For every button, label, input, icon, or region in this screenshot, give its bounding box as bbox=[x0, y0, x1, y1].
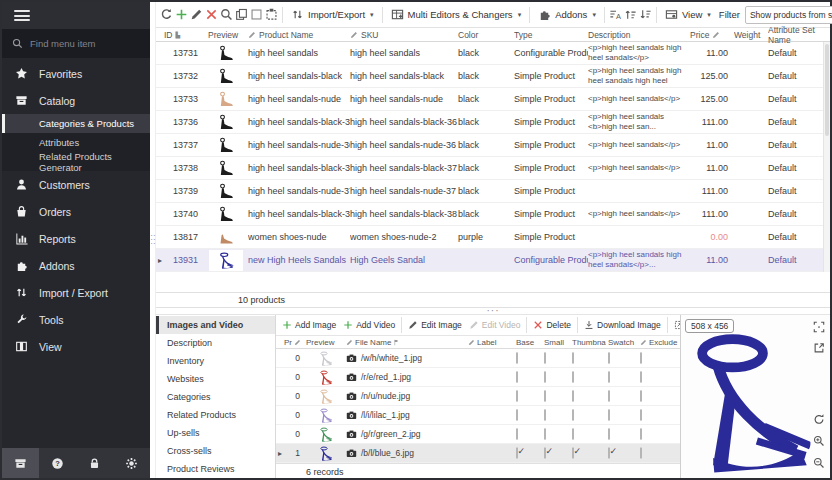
edit-product-button[interactable] bbox=[190, 5, 203, 25]
small-checkbox[interactable] bbox=[544, 409, 546, 421]
refresh-button[interactable] bbox=[160, 5, 173, 25]
small-checkbox[interactable] bbox=[544, 352, 546, 364]
paste-button[interactable] bbox=[265, 5, 278, 25]
column-header-preview[interactable]: Preview bbox=[306, 338, 346, 347]
sidebar-item-favorites[interactable]: Favorites bbox=[2, 60, 150, 87]
image-row-w-h-white-1-jpg[interactable]: 0/w/h/white_1.jpg bbox=[276, 349, 680, 368]
thumbnail-checkbox[interactable] bbox=[572, 428, 574, 440]
column-header-pr[interactable]: Pr bbox=[284, 338, 306, 347]
column-header-color[interactable]: Color bbox=[458, 30, 514, 40]
product-row-13737[interactable]: 13737high heel sandals-nude-36high heel … bbox=[156, 134, 823, 157]
tab-cross-sells[interactable]: Cross-sells bbox=[156, 442, 275, 460]
small-checkbox[interactable] bbox=[544, 447, 546, 459]
tab-categories[interactable]: Categories bbox=[156, 388, 275, 406]
column-header-sku[interactable]: SKU bbox=[350, 30, 458, 40]
menu-search-input[interactable] bbox=[30, 38, 130, 49]
column-header-description[interactable]: Description bbox=[588, 30, 690, 40]
thumbnail-checkbox[interactable] bbox=[572, 409, 574, 421]
lock-button[interactable] bbox=[76, 448, 113, 478]
tab-description[interactable]: Description bbox=[156, 334, 275, 352]
import-export-menu[interactable]: Import/Export bbox=[287, 5, 378, 25]
exclude-checkbox[interactable] bbox=[640, 390, 642, 402]
archive-button[interactable] bbox=[2, 448, 39, 478]
column-header-base[interactable]: Base bbox=[516, 338, 544, 347]
product-row-13817[interactable]: 13817women shoes-nudewomen shoes-nude-2p… bbox=[156, 226, 823, 249]
small-checkbox[interactable] bbox=[544, 371, 546, 383]
gear-button[interactable] bbox=[113, 448, 150, 478]
delete-product-button[interactable] bbox=[205, 5, 218, 25]
column-header-file-name[interactable]: File Name bbox=[346, 338, 468, 347]
hamburger-menu-icon[interactable] bbox=[14, 10, 30, 21]
tab-up-sells[interactable]: Up-sells bbox=[156, 424, 275, 442]
column-header-weight[interactable]: Weight bbox=[734, 30, 768, 40]
collapse-button[interactable] bbox=[639, 5, 652, 25]
image-row-g-r-green-2-jpg[interactable]: 0/g/r/green_2.jpg bbox=[276, 425, 680, 444]
product-row-13733[interactable]: 13733high heel sandals-nudehigh heel san… bbox=[156, 88, 823, 111]
base-checkbox[interactable] bbox=[516, 352, 518, 364]
product-row-13931[interactable]: 13931new High Heels SandalsHigh Geels Sa… bbox=[156, 249, 823, 272]
delete-image-button[interactable]: Delete bbox=[530, 316, 574, 334]
small-checkbox[interactable] bbox=[544, 428, 546, 440]
column-header-price[interactable]: Price bbox=[690, 30, 734, 40]
swatch-checkbox[interactable] bbox=[608, 371, 610, 383]
product-row-13731[interactable]: 13731high heel sandalshigh heel sandalsb… bbox=[156, 42, 823, 65]
help-button[interactable] bbox=[39, 448, 76, 478]
image-row-l-i-lilac-1-jpg[interactable]: 0/l/i/lilac_1.jpg bbox=[276, 406, 680, 425]
add-video-button[interactable]: Add Video bbox=[340, 316, 398, 334]
exclude-checkbox[interactable] bbox=[640, 352, 642, 364]
base-checkbox[interactable] bbox=[516, 428, 518, 440]
column-header-type[interactable]: Type bbox=[514, 30, 588, 40]
add-product-button[interactable] bbox=[175, 5, 188, 25]
thumbnail-checkbox[interactable] bbox=[572, 390, 574, 402]
column-header-exclude[interactable]: Exclude bbox=[640, 338, 680, 347]
column-header-swatch[interactable]: Swatch bbox=[608, 338, 640, 347]
product-row-13740[interactable]: 13740high heel sandals-black-38high heel… bbox=[156, 203, 823, 226]
image-row-b-l-blue-6-jpg[interactable]: 1/b/l/blue_6.jpg bbox=[276, 444, 680, 463]
exclude-checkbox[interactable] bbox=[640, 428, 642, 440]
thumbnail-checkbox[interactable] bbox=[572, 371, 574, 383]
multi-editors-changers-menu[interactable]: Multi Editors & Changers bbox=[387, 5, 526, 25]
rotate-image-button[interactable] bbox=[812, 412, 826, 426]
sidebar-item-tools[interactable]: Tools bbox=[2, 306, 150, 333]
tab-websites[interactable]: Websites bbox=[156, 370, 275, 388]
swatch-checkbox[interactable] bbox=[608, 447, 610, 459]
select-button[interactable] bbox=[250, 5, 263, 25]
image-row-n-u-nude-jpg[interactable]: 0/n/u/nude.jpg bbox=[276, 387, 680, 406]
copy-button[interactable] bbox=[235, 5, 248, 25]
sidebar-item-categories-products[interactable]: Categories & Products bbox=[2, 114, 150, 133]
column-header-thumbna[interactable]: Thumbna bbox=[572, 338, 608, 347]
vertical-scrollbar[interactable] bbox=[823, 42, 830, 272]
thumbnail-checkbox[interactable] bbox=[572, 447, 574, 459]
sort-button[interactable] bbox=[609, 5, 622, 25]
column-header-label[interactable]: Label bbox=[468, 338, 516, 347]
tab-related-products[interactable]: Related Products bbox=[156, 406, 275, 424]
product-row-13739[interactable]: 13739high heel sandals-nude-37high heel … bbox=[156, 180, 823, 203]
product-row-13738[interactable]: 13738high heel sandals-black-37high heel… bbox=[156, 157, 823, 180]
search-button[interactable] bbox=[220, 5, 233, 25]
product-row-13732[interactable]: 13732high heel sandals-blackhigh heel sa… bbox=[156, 65, 823, 88]
add-image-button[interactable]: Add Image bbox=[279, 316, 339, 334]
swatch-checkbox[interactable] bbox=[608, 352, 610, 364]
sidebar-item-customers[interactable]: Customers bbox=[2, 171, 150, 198]
tab-inventory[interactable]: Inventory bbox=[156, 352, 275, 370]
column-header-product-name[interactable]: Product Name bbox=[248, 30, 350, 40]
sidebar-item-view[interactable]: View bbox=[2, 333, 150, 360]
exclude-checkbox[interactable] bbox=[640, 409, 642, 421]
column-header-id[interactable]: ID▙ bbox=[164, 30, 208, 40]
sidebar-item-attributes[interactable]: Attributes bbox=[2, 133, 150, 152]
zoom-out-button[interactable] bbox=[812, 456, 826, 470]
product-row-13736[interactable]: 13736high heel sandals-black-36high heel… bbox=[156, 111, 823, 134]
tab-images-and-video[interactable]: Images and Video bbox=[156, 316, 275, 334]
expand-button[interactable] bbox=[624, 5, 637, 25]
sidebar-item-import-export[interactable]: Import / Export bbox=[2, 279, 150, 306]
edit-image-button[interactable]: Edit Image bbox=[405, 316, 465, 334]
swatch-checkbox[interactable] bbox=[608, 428, 610, 440]
sidebar-item-catalog[interactable]: Catalog bbox=[2, 87, 150, 114]
thumbnail-checkbox[interactable] bbox=[572, 352, 574, 364]
base-checkbox[interactable] bbox=[516, 447, 518, 459]
sidebar-item-addons[interactable]: Addons bbox=[2, 252, 150, 279]
edit-video-button[interactable]: Edit Video bbox=[466, 316, 524, 334]
image-row-r-e-red-1-jpg[interactable]: 0/r/e/red_1.jpg bbox=[276, 368, 680, 387]
base-checkbox[interactable] bbox=[516, 390, 518, 402]
download-image-button[interactable]: Download Image bbox=[581, 316, 664, 334]
